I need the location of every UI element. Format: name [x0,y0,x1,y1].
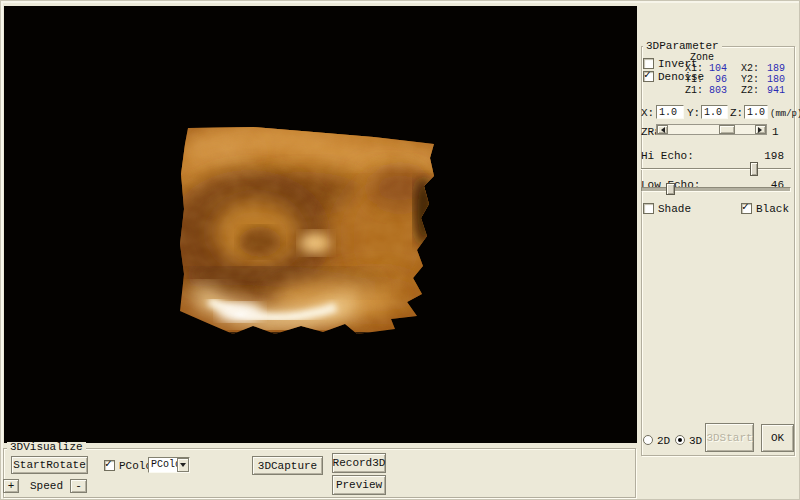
zone-row-x: X1: 104 X2: 189 [685,63,785,74]
speed-minus-button[interactable]: - [70,479,87,493]
invert-checkbox[interactable] [643,58,654,69]
dropdown-arrow-icon [180,463,186,470]
capture-3d-button[interactable]: 3DCapture [252,456,323,475]
ultrasound-volume-render [4,6,637,443]
scale-y-input[interactable] [701,105,728,119]
zone-row-z: Z1: 803 Z2: 941 [685,85,785,96]
preview-button[interactable]: Preview [332,475,386,495]
check-icon: ✓ [105,460,112,469]
denoise-checkbox[interactable]: ✓ [643,71,654,82]
pcolor-dropdown-button[interactable] [177,458,189,472]
zone-x2-value: 189 [761,63,785,74]
black-checkbox[interactable]: ✓ [741,203,752,214]
zone-y1-value: 96 [705,74,727,85]
mode-3d-radio[interactable] [675,435,685,445]
zrate-scroll-thumb[interactable] [719,125,735,134]
scale-z-input[interactable] [744,105,768,119]
zone-z2-label: Z2: [741,85,761,96]
hi-echo-value: 198 [764,151,784,162]
check-icon: ✓ [742,203,749,212]
zone-y2-value: 180 [761,74,785,85]
parameter-panel: 3DParameter Invert ✓ Denoise Zone X1: 10… [640,0,800,500]
zone-x1-label: X1: [685,63,705,74]
speed-plus-button[interactable]: + [3,479,19,493]
zone-z2-value: 941 [761,85,785,96]
parameter-panel-title: 3DParameter [643,41,722,52]
zrate-value: 1 [772,127,779,138]
zone-x2-label: X2: [741,63,761,74]
scale-z-label: Z: [730,108,743,119]
black-label: Black [756,204,789,215]
app-window: 3DParameter Invert ✓ Denoise Zone X1: 10… [0,0,800,500]
scale-y-label: Y: [687,108,700,119]
mode-2d-radio[interactable] [643,435,653,445]
zone-label: Zone [690,52,714,63]
hi-echo-slider-track[interactable] [641,168,791,170]
zrate-scroll-right-button[interactable] [755,125,766,134]
mode-2d-label: 2D [657,436,670,447]
hi-echo-label: Hi Echo: [641,151,694,162]
render-viewport[interactable] [4,6,637,443]
zrate-scrollbar[interactable] [656,124,767,135]
hi-echo-slider-thumb[interactable] [750,162,758,176]
mode-3d-label: 3D [689,436,702,447]
shade-label: Shade [658,204,691,215]
zrate-scroll-left-button[interactable] [657,125,668,134]
visualize-panel-title: 3DVisualize [7,442,86,453]
zone-y1-label: Y1: [685,74,705,85]
low-echo-slider-track[interactable] [641,187,791,192]
zone-z1-label: Z1: [685,85,705,96]
scroll-right-arrow-icon [758,127,765,133]
zone-y2-label: Y2: [741,74,761,85]
check-icon: ✓ [644,71,651,80]
start-3d-button[interactable]: 3DStart [705,423,754,452]
scale-x-input[interactable] [656,105,684,119]
low-echo-slider-thumb[interactable] [666,183,675,195]
zone-row-y: Y1: 96 Y2: 180 [685,74,785,85]
zone-x1-value: 104 [705,63,727,74]
scale-unit-label: (mm/p) [770,109,800,120]
start-rotate-button[interactable]: StartRotate [11,456,88,474]
scroll-left-arrow-icon [658,127,665,133]
pcolor-dropdown[interactable]: PColor [148,457,190,473]
record-3d-button[interactable]: Record3D [332,453,386,473]
pcolor-checkbox[interactable]: ✓ [104,460,115,471]
shade-checkbox[interactable] [643,203,654,214]
speed-label: Speed [30,481,63,492]
zone-z1-value: 803 [705,85,727,96]
scale-x-label: X: [641,108,654,119]
ok-button[interactable]: OK [761,424,794,452]
